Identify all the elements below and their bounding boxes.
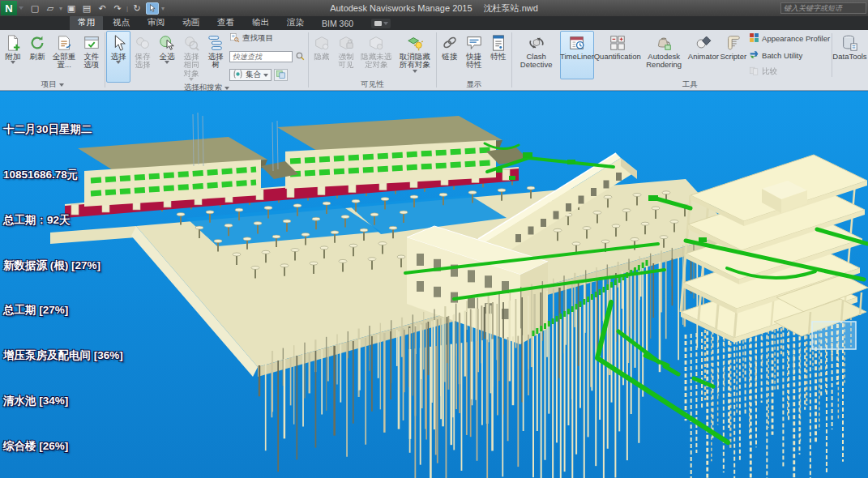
quick-properties-button[interactable]: 快捷特性 xyxy=(462,31,486,79)
autodesk-rendering-label: Autodesk Rendering xyxy=(643,53,685,70)
group-label-project[interactable]: 项目 xyxy=(0,79,105,90)
links-icon xyxy=(441,32,459,52)
animator-button[interactable]: Animator xyxy=(687,31,719,79)
save-icon[interactable]: ▣ xyxy=(65,2,78,15)
scripter-button[interactable]: Scripter xyxy=(719,31,747,79)
reset-all-icon xyxy=(55,32,73,52)
save-selection-button: 保存选择 xyxy=(130,31,155,83)
animator-label: Animator xyxy=(688,53,719,61)
clash-detective-label: Clash Detective xyxy=(515,53,558,70)
select-button[interactable]: 选择 xyxy=(106,31,130,83)
append-button[interactable]: 附加 xyxy=(1,31,25,79)
qat-dropdown-arrow-icon[interactable]: ▾ xyxy=(59,5,62,12)
ribbon-group-select-search: 选择 保存选择 全选 选择相同对象 xyxy=(105,30,308,90)
overlay-task: 新数据源 (根) [27%] xyxy=(3,258,203,274)
find-items-icon xyxy=(229,32,240,45)
ribbon-tab-bar: 常用 视点 审阅 动画 查看 输出 渲染 BIM 360 xyxy=(0,16,868,30)
appearance-profiler-label: Appearance Profiler xyxy=(762,34,830,43)
clash-detective-button[interactable]: Clash Detective xyxy=(513,31,560,79)
hide-icon xyxy=(313,32,331,52)
quantification-button[interactable]: Quantification xyxy=(594,31,640,79)
tab-render[interactable]: 渲染 xyxy=(279,15,312,30)
sets-arrow-icon xyxy=(263,74,268,77)
append-arrow-icon xyxy=(11,61,15,64)
ribbon-group-visibility: 隐藏 强制可见 隐藏未选定对象 取消隐藏所有对象 可见性 xyxy=(309,30,436,90)
overlay-duration: 总工期：92天 xyxy=(3,213,203,228)
navisworks-logo: N xyxy=(5,2,12,15)
hide-unselected-label: 隐藏未选定对象 xyxy=(361,53,392,70)
viewport-3d[interactable]: 十二月30日星期二 10851686.78元 总工期：92天 新数据源 (根) … xyxy=(0,92,868,478)
require-icon xyxy=(337,32,355,52)
media-tools-icon[interactable] xyxy=(371,19,391,28)
help-search-input[interactable] xyxy=(780,2,866,14)
save-selection-label: 保存选择 xyxy=(133,53,152,70)
datatools-label: DataTools xyxy=(832,53,866,61)
undo-icon[interactable]: ↶ xyxy=(96,2,109,15)
properties-button[interactable]: 特性 xyxy=(486,31,511,79)
group-label-tools: 工具 xyxy=(512,79,868,90)
open-file-icon[interactable]: ▱ xyxy=(44,2,57,15)
compare-label: 比较 xyxy=(762,66,777,77)
tab-review[interactable]: 审阅 xyxy=(139,15,173,30)
file-options-button[interactable]: 文件选项 xyxy=(79,31,104,79)
unhide-all-label: 取消隐藏所有对象 xyxy=(397,53,433,70)
appearance-profiler-button[interactable]: Appearance Profiler xyxy=(749,32,830,45)
find-items-button[interactable]: 查找项目 xyxy=(229,32,306,45)
quick-properties-label: 快捷特性 xyxy=(464,53,484,70)
select-cursor-icon[interactable] xyxy=(146,2,159,15)
ribbon: 附加 刷新 全部重置... 文件选项 项目 xyxy=(0,30,868,91)
autodesk-rendering-button[interactable]: Autodesk Rendering xyxy=(640,31,687,79)
print-icon[interactable]: ▤ xyxy=(80,2,93,15)
require-label: 强制可见 xyxy=(336,53,356,70)
unhide-all-icon xyxy=(406,32,424,52)
tab-view[interactable]: 查看 xyxy=(209,15,242,30)
app-menu-arrow-icon[interactable] xyxy=(19,6,24,10)
animator-icon xyxy=(695,32,712,52)
selection-tree-icon xyxy=(207,32,224,52)
hide-unselected-button: 隐藏未选定对象 xyxy=(358,31,395,79)
scripter-icon xyxy=(725,32,742,52)
ribbon-group-display: 链接 快捷特性 特性 显示 xyxy=(437,30,511,90)
sets-manage-button[interactable] xyxy=(274,69,288,81)
refresh-icon xyxy=(28,32,46,52)
links-label: 链接 xyxy=(442,53,457,61)
unhide-all-button[interactable]: 取消隐藏所有对象 xyxy=(395,31,435,79)
autodesk-rendering-icon xyxy=(655,32,673,52)
application-menu-button[interactable]: N xyxy=(1,1,17,15)
new-file-icon[interactable]: ▢ xyxy=(28,2,41,15)
glass-box[interactable] xyxy=(812,322,856,349)
batch-utility-icon xyxy=(749,49,759,62)
redo-icon[interactable]: ↷ xyxy=(111,2,124,15)
tab-animation[interactable]: 动画 xyxy=(174,15,207,30)
overlay-task: 总工期 [27%] xyxy=(3,303,203,318)
require-button: 强制可见 xyxy=(334,31,358,79)
datatools-icon xyxy=(840,32,858,52)
quick-find-search-icon[interactable] xyxy=(295,51,306,63)
tab-home[interactable]: 常用 xyxy=(70,15,103,30)
select-arrow-icon xyxy=(116,61,121,64)
quick-find-input[interactable] xyxy=(229,51,293,62)
reset-all-button[interactable]: 全部重置... xyxy=(49,31,79,79)
refresh-button[interactable]: 刷新 xyxy=(25,31,49,79)
batch-utility-button[interactable]: Batch Utility xyxy=(749,49,830,62)
quantification-icon xyxy=(609,32,626,52)
overlay-task: 增压泵房及配电间 [36%] xyxy=(3,348,203,364)
qat-customize-arrow-icon[interactable]: ▾ xyxy=(161,5,165,12)
scripter-label: Scripter xyxy=(720,53,746,61)
datatools-button[interactable]: DataTools xyxy=(832,31,867,79)
select-all-button[interactable]: 全选 xyxy=(155,31,179,83)
selection-tree-button[interactable]: 选择树 xyxy=(203,31,228,83)
tab-output[interactable]: 输出 xyxy=(244,15,277,30)
links-button[interactable]: 链接 xyxy=(438,31,462,79)
appearance-profiler-icon xyxy=(749,32,759,45)
refresh-qat-icon[interactable]: ↻ xyxy=(130,2,143,15)
hide-label: 隐藏 xyxy=(314,53,329,61)
ribbon-group-tools: Clash Detective TimeLiner Quantification… xyxy=(512,30,868,90)
batch-utility-label: Batch Utility xyxy=(762,51,802,60)
tab-viewpoint[interactable]: 视点 xyxy=(105,15,138,30)
append-label: 附加 xyxy=(6,53,21,61)
overlay-date: 十二月30日星期二 xyxy=(3,122,203,138)
sets-dropdown[interactable]: 集合 xyxy=(229,69,272,81)
tab-bim360[interactable]: BIM 360 xyxy=(314,17,361,30)
timeliner-button[interactable]: TimeLiner xyxy=(560,31,595,79)
